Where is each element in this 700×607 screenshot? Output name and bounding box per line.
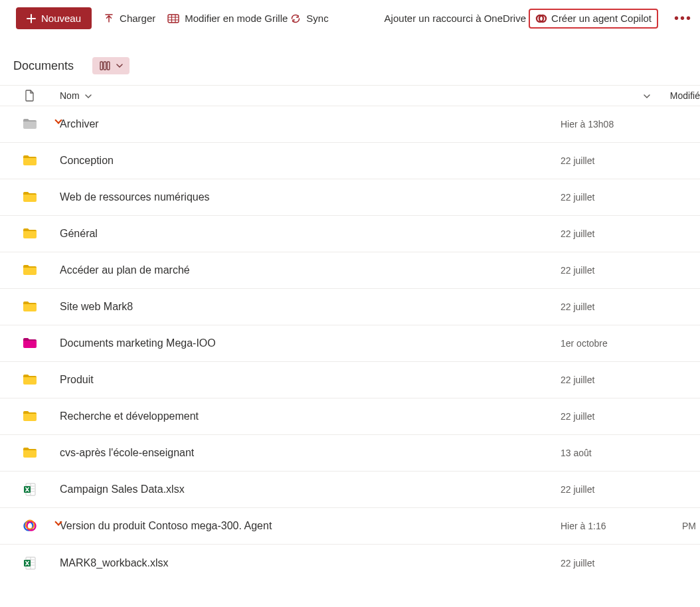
folder-icon [23, 447, 37, 459]
row-name: Produit [60, 374, 561, 386]
row-icon-slot [0, 557, 60, 570]
column-header-name-label: Nom [60, 90, 80, 101]
row-modified: 22 juillet [561, 411, 660, 422]
table-row[interactable]: Produit 22 juillet [0, 362, 700, 398]
column-header-name[interactable]: Nom [60, 90, 637, 101]
ellipsis-icon: ••• [674, 11, 692, 25]
chevron-down-icon [85, 90, 92, 101]
row-icon-slot [0, 519, 60, 533]
folder-icon [23, 191, 37, 203]
row-name: Documents marketing Mega-IOO [60, 337, 561, 349]
row-name: Web de ressources numériques [60, 191, 561, 203]
row-icon-slot [0, 191, 60, 203]
create-copilot-agent-button[interactable]: Créer un agent Copilot [529, 9, 658, 29]
folder-icon [23, 228, 37, 240]
excel-file-icon [23, 483, 37, 496]
row-name: Conception [60, 155, 561, 167]
create-copilot-agent-label: Créer un agent Copilot [551, 13, 652, 24]
row-name: MARK8_workback.xlsx [60, 557, 561, 569]
library-header: Documents [0, 37, 700, 85]
file-list: Archiver Hier à 13h08 Conception 22 juil… [0, 106, 700, 581]
row-icon-slot [0, 264, 60, 276]
table-row[interactable]: Site web Mark8 22 juillet [0, 289, 700, 325]
row-modified: 22 juillet [561, 302, 660, 312]
library-title: Documents [13, 59, 74, 73]
row-modified: 22 juillet [561, 484, 660, 495]
column-header-type[interactable] [0, 90, 60, 102]
copilot-agent-icon [23, 519, 37, 533]
view-selector[interactable] [92, 57, 130, 74]
onedrive-shortcut-label: Ajouter un raccourci à OneDrive [385, 13, 526, 24]
folder-icon [23, 374, 37, 386]
upload-label: Charger [120, 13, 155, 24]
view-icon [99, 60, 111, 71]
row-name: Campaign Sales Data.xlsx [60, 483, 561, 495]
plus-icon [27, 14, 36, 23]
folder-icon [23, 337, 37, 349]
row-icon-slot [0, 118, 60, 130]
more-button[interactable]: ••• [674, 11, 692, 26]
table-row[interactable]: Documents marketing Mega-IOO 1er octobre [0, 325, 700, 362]
row-name: cvs-après l'école-enseignant [60, 447, 561, 459]
row-icon-slot [0, 410, 60, 422]
table-row[interactable]: Recherche et développement 22 juillet [0, 398, 700, 435]
table-row[interactable]: cvs-après l'école-enseignant 13 août [0, 435, 700, 472]
row-icon-slot [0, 155, 60, 167]
table-row[interactable]: Conception 22 juillet [0, 143, 700, 179]
upload-icon [104, 13, 114, 24]
svg-rect-3 [100, 62, 103, 70]
table-row[interactable]: Général 22 juillet [0, 216, 700, 252]
folder-icon [23, 410, 37, 422]
chevron-down-icon [116, 63, 123, 68]
table-row[interactable]: Web de ressources numériques 22 juillet [0, 179, 700, 216]
edit-grid-button[interactable]: Modifier en mode Grille [167, 13, 288, 24]
row-name: Accéder au plan de marché [60, 264, 561, 276]
sync-button[interactable]: Sync [290, 13, 328, 24]
table-row[interactable]: Accéder au plan de marché 22 juillet [0, 252, 700, 289]
row-modified: 13 août [561, 448, 660, 458]
row-modified: Hier à 1:16 [561, 521, 660, 531]
upload-button[interactable]: Charger [104, 13, 155, 24]
svg-rect-4 [104, 62, 106, 70]
table-row[interactable]: Version du produit Contoso mega-300. Age… [0, 508, 700, 545]
row-icon-slot [0, 374, 60, 386]
folder-icon [23, 264, 37, 276]
row-icon-slot [0, 228, 60, 240]
toolbar: Nouveau Charger Modifier en mode Grille … [0, 0, 700, 37]
row-name: Recherche et développement [60, 410, 561, 422]
column-header-modified-label: Modifié [670, 90, 700, 101]
column-header-modified[interactable]: Modifié [670, 90, 700, 101]
folder-icon [23, 155, 37, 167]
folder-icon [23, 301, 37, 313]
edit-grid-label: Modifier en mode Grille [185, 13, 288, 24]
table-row[interactable]: Campaign Sales Data.xlsx 22 juillet [0, 472, 700, 508]
row-modified: Hier à 13h08 [561, 119, 660, 130]
column-header-row: Nom Modifié [0, 85, 700, 106]
grid-icon [167, 13, 179, 24]
row-modified: 22 juillet [561, 558, 660, 568]
row-icon-slot [0, 301, 60, 313]
onedrive-shortcut-button[interactable]: Ajouter un raccourci à OneDrive [385, 13, 526, 24]
column-header-sort[interactable] [637, 91, 657, 101]
new-button-label: Nouveau [41, 13, 81, 24]
row-modified: 22 juillet [561, 375, 660, 385]
row-name: Archiver [60, 118, 561, 130]
row-name: Général [60, 228, 561, 240]
row-modified: 22 juillet [561, 155, 660, 166]
table-row[interactable]: Archiver Hier à 13h08 [0, 106, 700, 143]
row-extra: PM [660, 521, 700, 531]
copilot-icon [535, 13, 547, 25]
svg-rect-5 [107, 62, 110, 70]
row-icon-slot [0, 447, 60, 459]
sync-icon [290, 13, 301, 24]
row-modified: 22 juillet [561, 228, 660, 239]
excel-file-icon [23, 557, 37, 570]
new-button[interactable]: Nouveau [16, 7, 92, 29]
row-modified: 1er octobre [561, 338, 660, 349]
row-modified: 22 juillet [561, 192, 660, 203]
table-row[interactable]: MARK8_workback.xlsx 22 juillet [0, 545, 700, 581]
row-modified: 22 juillet [561, 265, 660, 276]
row-icon-slot [0, 483, 60, 496]
row-name: Version du produit Contoso mega-300. Age… [60, 520, 561, 532]
folder-icon [23, 118, 37, 130]
